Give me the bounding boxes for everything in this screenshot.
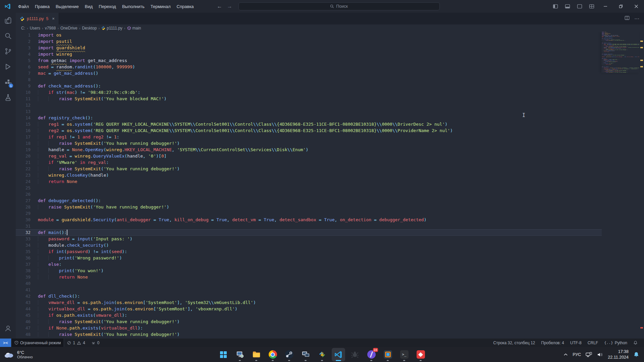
code-line-19[interactable]: 19 handle = None.OpenKey(winreg.HKEY_LOC… <box>16 146 602 153</box>
keyboard-language[interactable]: РУС <box>573 352 581 357</box>
tray-chevron-up-icon[interactable] <box>564 353 568 356</box>
code-line-13[interactable]: 13 <box>16 108 602 115</box>
code-line-39[interactable]: 39 return None <box>16 274 602 280</box>
breadcrumb-item-main[interactable]: main <box>127 26 141 31</box>
code-line-10[interactable]: 10 if str(mac) != '98:48:27:9c:c9:db': <box>16 89 602 96</box>
breadcrumb-item-p1111py[interactable]: p1111.py <box>101 26 122 31</box>
code-line-17[interactable]: 17 if reg1 != 1 and reg2 != 1: <box>16 134 602 140</box>
code-editor[interactable]: 1import os2import psutil3import guardshi… <box>16 32 644 354</box>
menu-выполнить[interactable]: Выполнить <box>119 3 148 10</box>
notification-bell-icon[interactable] <box>633 352 639 358</box>
code-line-40[interactable]: 40 <box>16 280 602 287</box>
menu-правка[interactable]: Правка <box>32 3 53 10</box>
taskbar-vscode-icon[interactable] <box>332 348 345 361</box>
code-line-36[interactable]: 36 print('Wrong password!') <box>16 255 602 261</box>
forward-arrow-icon[interactable]: → <box>227 3 232 9</box>
toggle-sidebar-icon[interactable] <box>550 2 560 11</box>
menu-справка[interactable]: Справка <box>174 3 197 10</box>
code-line-29[interactable]: 29 <box>16 210 602 217</box>
breadcrumb-item-desktop[interactable]: Desktop <box>82 26 97 31</box>
taskbar-vmware-icon[interactable] <box>381 348 394 361</box>
activity-testing-icon[interactable] <box>0 90 16 105</box>
restore-button[interactable] <box>613 0 629 13</box>
activity-search-icon[interactable] <box>0 28 16 44</box>
code-line-38[interactable]: 38 print('You won!') <box>16 267 602 274</box>
menu-терминал[interactable]: Терминал <box>148 3 174 10</box>
taskbar-start-icon[interactable] <box>217 348 230 361</box>
indentation[interactable]: Пробелов: 4 <box>538 339 567 347</box>
code-line-9[interactable]: 9def check_mac_address(): <box>16 83 602 89</box>
taskbar-red-diamond-app-icon[interactable] <box>414 348 427 361</box>
network-icon[interactable] <box>586 352 592 357</box>
taskbar-av-app-icon[interactable]: 24 <box>365 348 378 361</box>
taskbar-file-sync-lock-icon[interactable] <box>315 348 329 361</box>
code-line-23[interactable]: 23 winreg.CloseKey(handle) <box>16 172 602 178</box>
code-line-35[interactable]: 35 if int(password) != int(seed): <box>16 248 602 255</box>
tab-p1111[interactable]: p1111.py 5 × <box>16 13 59 24</box>
menu-файл[interactable]: Файл <box>15 3 32 10</box>
clock-widget[interactable]: 17:38 22.11.2024 <box>608 349 629 360</box>
code-line-6[interactable]: 6seed = random.randint(100000, 999999) <box>16 64 602 70</box>
code-line-22[interactable]: 22 raise SystemExit('You have running de… <box>16 166 602 172</box>
code-line-2[interactable]: 2import psutil <box>16 38 602 45</box>
code-line-41[interactable]: 41 <box>16 287 602 293</box>
activity-account-icon[interactable] <box>0 321 16 336</box>
cursor-position[interactable]: Строка 32, столбец 12 <box>490 339 538 347</box>
activity-extensions-icon[interactable]: 1 <box>0 74 16 90</box>
code-line-48[interactable]: 48 raise SystemExit('You have running de… <box>16 331 602 338</box>
code-line-11[interactable]: 11 raise SystemExit('You have blocked MA… <box>16 96 602 102</box>
activity-source-control-icon[interactable] <box>0 44 16 59</box>
weather-widget[interactable]: 6°C Облачно <box>0 350 33 359</box>
minimap[interactable]: import osimport psutilimport guardshield… <box>602 32 639 73</box>
taskbar-explorer-folder-icon[interactable] <box>250 348 263 361</box>
code-line-15[interactable]: 15 reg1 = os.system('REG QUERY HKEY_LOCA… <box>16 121 602 127</box>
code-line-24[interactable]: 24 return None <box>16 178 602 185</box>
code-line-21[interactable]: 21 if 'VMware' in reg_val: <box>16 159 602 166</box>
code-line-8[interactable]: 8 <box>16 76 602 83</box>
menu-выделение[interactable]: Выделение <box>53 3 82 10</box>
breadcrumb-item-c[interactable]: C: <box>21 26 25 31</box>
code-line-20[interactable]: 20 reg_val = winreg.QueryValueEx(handle,… <box>16 153 602 159</box>
code-line-31[interactable]: 31 <box>16 223 602 229</box>
customize-layout-icon[interactable] <box>587 2 597 11</box>
code-line-1[interactable]: 1import os <box>16 32 602 38</box>
code-line-28[interactable]: 28 raise SystemExit('You have running de… <box>16 204 602 210</box>
code-line-44[interactable]: 44 virtualbox_dll = os.path.join(os.envi… <box>16 306 602 312</box>
back-arrow-icon[interactable]: ← <box>217 3 222 9</box>
menu-переход[interactable]: Переход <box>96 3 119 10</box>
toggle-panel-icon[interactable] <box>562 2 573 11</box>
taskbar-steam-icon[interactable] <box>282 348 296 361</box>
eol-sequence[interactable]: CRLF <box>585 339 601 347</box>
breadcrumb-item-users[interactable]: Users <box>30 26 40 31</box>
code-line-4[interactable]: 4import winreg <box>16 51 602 57</box>
ports-badge[interactable]: 0 <box>88 339 103 347</box>
taskbar-system-info-icon[interactable] <box>233 348 247 361</box>
taskbar-chrome-icon[interactable] <box>266 348 279 361</box>
code-line-16[interactable]: 16 reg2 = os.system('REG QUERY HKEY_LOCA… <box>16 127 602 134</box>
code-line-5[interactable]: 5from getmac import get_mac_address <box>16 57 602 64</box>
code-line-26[interactable]: 26 <box>16 191 602 197</box>
toggle-secondary-sidebar-icon[interactable] <box>575 2 585 11</box>
restricted-mode-badge[interactable]: Ограниченный режим <box>11 339 64 347</box>
code-line-27[interactable]: 27def debugger_detected(): <box>16 197 602 204</box>
problems-badge[interactable]: 1 4 <box>64 339 88 347</box>
volume-icon[interactable] <box>597 352 603 357</box>
code-line-12[interactable]: 12 <box>16 102 602 108</box>
notifications-bell[interactable] <box>630 339 641 347</box>
code-line-3[interactable]: 3import guardshield <box>16 45 602 51</box>
code-line-46[interactable]: 46 raise SystemExit('You have running de… <box>16 318 602 325</box>
breadcrumb-item-v7988[interactable]: v7988 <box>45 26 56 31</box>
taskbar-remote-desktop-icon[interactable] <box>299 348 312 361</box>
code-line-30[interactable]: 30module = guardshield.Security(anti_deb… <box>16 217 602 223</box>
activity-run-debug-icon[interactable] <box>0 59 16 74</box>
code-line-32[interactable]: 32def main(): <box>16 229 602 236</box>
code-line-45[interactable]: 45 if os.path.exists(vmware_dll): <box>16 312 602 318</box>
code-line-18[interactable]: 18 raise SystemExit('You have running de… <box>16 140 602 146</box>
remote-indicator[interactable]: >< <box>0 339 11 347</box>
menu-вид[interactable]: Вид <box>82 3 96 10</box>
more-actions-icon[interactable]: ⋯ <box>634 16 639 22</box>
code-line-47[interactable]: 47 if None.path.exists(virtualbox_dll): <box>16 325 602 331</box>
code-line-25[interactable]: 25 <box>16 185 602 191</box>
encoding[interactable]: UTF-8 <box>567 339 585 347</box>
code-line-7[interactable]: 7mac = get_mac_address() <box>16 70 602 76</box>
